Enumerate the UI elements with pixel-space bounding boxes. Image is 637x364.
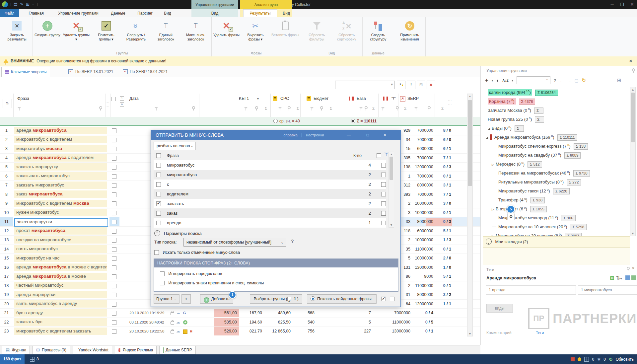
warning-status-icon[interactable] (578, 357, 581, 361)
phrase-cell[interactable]: нужен микроавтобус (14, 209, 107, 216)
only-marked-checkbox[interactable] (154, 250, 159, 255)
minus-word-row[interactable]: заказать2 (154, 199, 386, 208)
minus-word-row[interactable]: микроавтобуса2 (154, 170, 386, 180)
phrase-cell[interactable]: прокат микроавтобуса (14, 227, 107, 235)
footer-comment-link[interactable]: Комментарий (486, 330, 512, 335)
add-group-button[interactable]: + (181, 294, 191, 304)
phrase-cell[interactable]: заказ маршрутки (14, 218, 108, 227)
group-tree-item[interactable]: ▷В аэропорт (6 0)Σ 1055 (483, 203, 629, 212)
help-link[interactable]: справка (283, 130, 298, 140)
bottom-tab-4[interactable]: ЯЯндекс Реклама (115, 346, 157, 354)
group-filter-select[interactable] (517, 76, 550, 84)
col-date-label[interactable]: Дата (129, 96, 139, 101)
свернуть-развернуть-button[interactable]: »Свернуть / Развернуть (121, 20, 151, 42)
add-button[interactable]: +Добавить (200, 294, 233, 304)
group-tree-item[interactable]: ▷Микроавтобус на 20 человек (8 0)Σ 2097 (483, 230, 629, 236)
refresh-icon[interactable]: ↻ (609, 357, 613, 362)
phrase-cell[interactable]: заказывать микроавтобус (14, 172, 107, 180)
row-checkbox[interactable] (112, 174, 116, 179)
doc-tab-3[interactable]: По SERP 18.01.2021 (119, 67, 171, 77)
exact-filter-button[interactable]: ! (407, 81, 415, 89)
col-budget-label[interactable]: Бюджет (314, 96, 328, 101)
customize-qat-icon[interactable]: ⌄ (32, 1, 35, 7)
expander-open-icon[interactable]: ◢ (486, 136, 488, 139)
date-pin-icon[interactable] (192, 106, 195, 110)
excl-pin-icon[interactable] (395, 106, 399, 110)
question-icon[interactable]: ? (291, 239, 294, 244)
row-checkbox[interactable] (112, 192, 116, 197)
phrase-cell[interactable]: микроавтобус на час (14, 255, 107, 262)
tags-pin-icon[interactable] (626, 267, 630, 271)
ignore-punct-row[interactable]: Игнорировать знаки препинания и спец. си… (160, 281, 264, 285)
ignore-order-checkbox[interactable] (160, 271, 165, 276)
menu-tab-3[interactable]: Данные (106, 9, 130, 17)
group-tree-item[interactable]: Микроавтобус chevrolet express (7 0)Σ 13… (483, 141, 629, 150)
phrase-cell[interactable]: микроавтобус москва (14, 145, 107, 153)
sort-tags-icon[interactable]: ⇅▾ (616, 275, 622, 281)
sort-settings-icon[interactable]: ⇅ (3, 99, 12, 108)
row-checkbox[interactable] (112, 320, 116, 325)
words-phrase-col[interactable]: Фраза (167, 153, 179, 158)
row-checkbox[interactable] (112, 256, 116, 261)
dialog-maximize-icon[interactable]: □ (367, 130, 369, 140)
col-excl-label[interactable]: "!" (391, 96, 395, 101)
date-filter-icon[interactable] (154, 107, 158, 111)
row-checkbox[interactable] (112, 220, 116, 224)
phrase-cell[interactable]: частный микроавтобус (14, 282, 107, 289)
table-row[interactable]: 21бус в аренду20.10.2020 19:19:39☁G561,0… (0, 309, 480, 318)
panel-pin-icon[interactable] (632, 68, 635, 73)
phrase-cell[interactable]: заказ микроавтобуса (14, 190, 107, 198)
dialog-checkbox-1[interactable] (381, 297, 386, 301)
row-checkbox[interactable] (112, 128, 116, 133)
row-checkbox[interactable] (112, 211, 116, 215)
menu-tab-5[interactable]: Вид (159, 9, 176, 17)
ignore-punct-checkbox[interactable] (160, 281, 165, 285)
row-checkbox[interactable] (112, 302, 116, 307)
phrase-cell[interactable]: аренда микроавтобуса в москве с водителе… (14, 263, 107, 271)
gear-icon[interactable]: ⚙ (507, 213, 515, 220)
eye-icon[interactable]: ◐ (496, 78, 499, 83)
expander-closed-icon[interactable]: ▷ (492, 208, 494, 211)
base-pin-icon[interactable] (364, 106, 368, 110)
создать-группу-button[interactable]: +Создать группу (34, 20, 61, 42)
row-checkbox[interactable] (112, 293, 116, 297)
tags-close-icon[interactable]: ✕ (632, 266, 635, 270)
row-checkbox[interactable] (112, 156, 116, 161)
group-tree-item[interactable]: ▷Мерседес (8 0)Σ 512 (483, 159, 629, 168)
dialog-minimize-icon[interactable]: — (347, 130, 351, 140)
journal-status-icon[interactable] (571, 357, 575, 361)
help-icon[interactable]: ? (554, 78, 556, 83)
row-checkbox[interactable] (112, 274, 116, 279)
единый-заголовок-button[interactable]: ⌶Единый заголовок (151, 20, 181, 42)
table-row[interactable]: 23микроавтобус с водителем заказать20.10… (0, 327, 480, 336)
cpc-pin-icon[interactable] (287, 106, 291, 110)
tab-results[interactable]: Результаты (243, 9, 277, 17)
phrase-cell[interactable]: снять микроавтобус (14, 245, 107, 253)
dialog-close-icon[interactable]: ✕ (383, 130, 387, 140)
col-phrase-label[interactable]: Фраза (17, 96, 29, 101)
phrase-cell[interactable]: поездки на микроавтобусе (14, 236, 107, 244)
word-checkbox[interactable] (156, 221, 161, 225)
doc-tab-2[interactable]: По SERP 18.01.2021 (65, 67, 117, 77)
word-checkbox[interactable] (156, 211, 161, 216)
stop-icon[interactable]: ▢ (574, 78, 578, 83)
minus-word-row[interactable]: аренда1 (154, 218, 386, 228)
phrase-cell[interactable]: аренда микроавтобуса с водителем (14, 154, 107, 162)
group-tree-item[interactable]: Трансфер (4 0)Σ 938 (483, 194, 629, 203)
phrase-pin-icon[interactable] (99, 106, 102, 110)
вырезать-фразы-button[interactable]: ✂Вырезать фразы ▾ (241, 20, 270, 42)
table-view-icon[interactable]: ⊞ (617, 77, 621, 83)
group-tree-item[interactable]: Новая группа 525 (0 0)Σ - (483, 114, 629, 123)
view-blue-icon[interactable] (625, 275, 630, 280)
phrase-cell[interactable]: микроавтобус с водителем заказать (14, 328, 107, 335)
group-select[interactable]: Группа 1 ⌄ (154, 294, 179, 304)
tab-ctx-vid1[interactable]: Вид (191, 9, 238, 17)
grid-icon[interactable]: ⊞ (26, 1, 30, 7)
dialog-titlebar[interactable]: ОТПРАВИТЬ В МИНУС-СЛОВА справка | настро… (151, 130, 400, 140)
col-cpc-label[interactable]: CPC (280, 96, 289, 101)
add-tag-icon[interactable]: ⊞ (610, 275, 614, 281)
phrase-cell[interactable]: заказать маршрутку (14, 163, 107, 171)
update-button[interactable]: Обновить (616, 357, 634, 362)
group-tree-item[interactable]: Перевозки на микроавтобусах (46 0)Σ 9738 (483, 168, 629, 177)
maximize-button[interactable]: ❒ (617, 0, 627, 9)
